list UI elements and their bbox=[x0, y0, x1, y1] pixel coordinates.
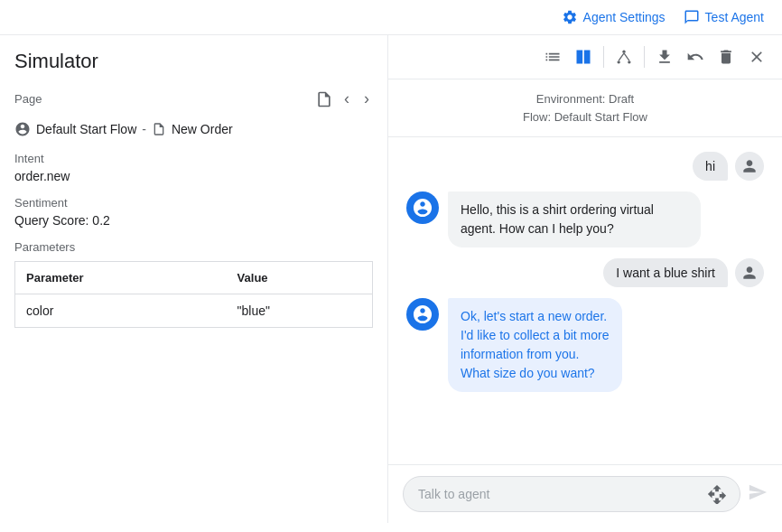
right-panel: Environment: Draft Flow: Default Start F… bbox=[388, 35, 782, 523]
top-bar: Agent Settings Test Agent bbox=[0, 0, 782, 35]
page-name: New Order bbox=[172, 122, 233, 136]
agent-avatar-1 bbox=[406, 191, 439, 224]
agent-message-2: Ok, let's start a new order.I'd like to … bbox=[406, 298, 764, 392]
agent-bubble-1: Hello, this is a shirt ordering virtual … bbox=[448, 191, 701, 247]
chat-input-wrapper[interactable]: Talk to agent bbox=[403, 476, 740, 512]
document-icon bbox=[315, 90, 333, 108]
prev-page-button[interactable]: ‹ bbox=[340, 88, 353, 110]
agent-message-1: Hello, this is a shirt ordering virtual … bbox=[406, 191, 764, 247]
svg-point-1 bbox=[618, 61, 620, 63]
user-message-2: I want a blue shirt bbox=[406, 258, 764, 287]
param-header: Parameter bbox=[15, 262, 227, 294]
main-layout: Simulator Page ‹ › Default Start Flow - bbox=[0, 35, 782, 523]
page-section: Page ‹ › bbox=[14, 88, 373, 110]
intent-label: Intent bbox=[14, 152, 373, 165]
test-agent-label: Test Agent bbox=[705, 10, 764, 24]
list-view-button[interactable] bbox=[538, 42, 567, 71]
user-avatar-2 bbox=[735, 258, 764, 287]
table-row: color "blue" bbox=[15, 294, 373, 328]
query-score: Query Score: 0.2 bbox=[14, 213, 373, 228]
agent-settings-label: Agent Settings bbox=[583, 10, 666, 24]
parameters-label: Parameters bbox=[14, 240, 373, 254]
agent-bubble-2: Ok, let's start a new order.I'd like to … bbox=[448, 298, 622, 392]
delete-button[interactable] bbox=[712, 42, 740, 71]
page-nav: ‹ › bbox=[315, 88, 373, 110]
export-button[interactable] bbox=[650, 42, 679, 71]
user-bubble-1: hi bbox=[693, 152, 728, 181]
simulator-title: Simulator bbox=[14, 50, 373, 73]
flow-separator: - bbox=[142, 122, 146, 136]
agent-bubble-2-text: Ok, let's start a new order.I'd like to … bbox=[461, 307, 610, 383]
toolbar-divider-1 bbox=[603, 46, 604, 68]
parameters-table: Parameter Value color "blue" bbox=[14, 261, 373, 328]
svg-line-4 bbox=[624, 53, 629, 61]
agent-settings-button[interactable]: Agent Settings bbox=[562, 9, 666, 25]
chat-input-area: Talk to agent bbox=[388, 464, 782, 523]
agent-avatar-2 bbox=[406, 298, 439, 331]
toolbar-divider-2 bbox=[644, 46, 645, 68]
page-label: Page bbox=[14, 92, 42, 106]
value-header: Value bbox=[227, 262, 373, 294]
page-icon bbox=[152, 122, 166, 136]
svg-point-0 bbox=[622, 51, 625, 53]
sentiment-label: Sentiment bbox=[14, 196, 373, 210]
flow-name: Default Start Flow bbox=[36, 122, 136, 136]
user-message-1: hi bbox=[406, 152, 764, 181]
next-page-button[interactable]: › bbox=[360, 88, 373, 110]
intent-value: order.new bbox=[14, 169, 373, 183]
flow-info: Default Start Flow - New Order bbox=[14, 121, 373, 137]
env-line2: Flow: Default Start Flow bbox=[399, 108, 771, 126]
close-button[interactable] bbox=[742, 42, 771, 71]
node-view-button[interactable] bbox=[610, 42, 638, 71]
user-avatar-1 bbox=[735, 152, 764, 181]
param-cell: color bbox=[15, 294, 227, 328]
env-line1: Environment: Draft bbox=[399, 90, 771, 108]
flow-icon bbox=[14, 121, 31, 137]
undo-button[interactable] bbox=[681, 42, 710, 71]
svg-point-2 bbox=[628, 61, 630, 63]
send-button[interactable] bbox=[748, 482, 768, 507]
test-agent-button[interactable]: Test Agent bbox=[684, 9, 764, 25]
svg-line-3 bbox=[619, 53, 624, 61]
value-cell: "blue" bbox=[227, 294, 373, 328]
env-info: Environment: Draft Flow: Default Start F… bbox=[388, 79, 782, 137]
user-bubble-2: I want a blue shirt bbox=[603, 258, 728, 287]
input-import-icon bbox=[707, 484, 727, 504]
left-panel: Simulator Page ‹ › Default Start Flow - bbox=[0, 35, 388, 523]
split-view-button[interactable] bbox=[569, 42, 598, 71]
chat-input-placeholder: Talk to agent bbox=[418, 487, 489, 501]
chat-area: hi Hello, this is a shirt ordering virtu… bbox=[388, 137, 782, 464]
